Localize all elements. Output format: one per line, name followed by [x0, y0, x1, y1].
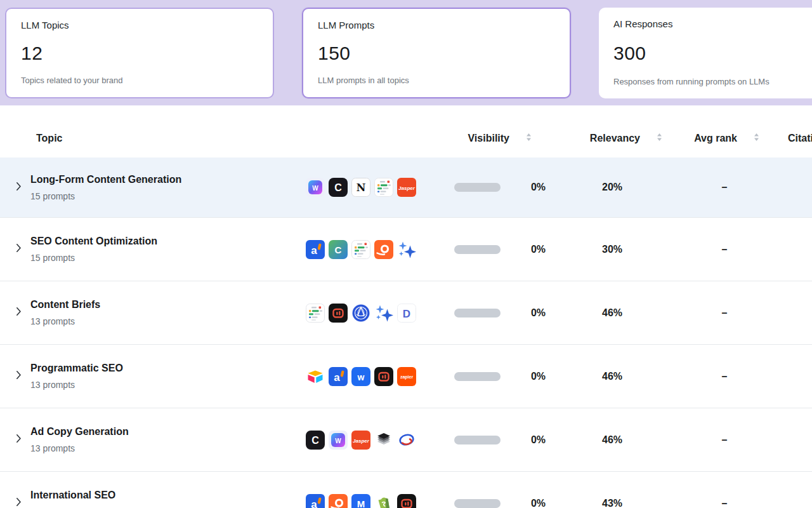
layers-icon — [374, 431, 393, 450]
svg-text:N: N — [357, 182, 366, 194]
svg-text:C: C — [335, 244, 342, 255]
chevron-right-icon[interactable] — [16, 434, 22, 446]
sort-icon[interactable] — [657, 133, 662, 144]
sort-icon[interactable] — [754, 133, 759, 144]
table-row[interactable]: Content Briefs 13 prompts D 0% 46% – — [0, 281, 812, 345]
marketmuse-icon — [397, 494, 416, 508]
relevancy-value: 46% — [602, 307, 622, 318]
tool-icons: WCNJasper — [298, 178, 444, 197]
column-header-citations[interactable]: Citations — [768, 133, 812, 144]
stat-card-value: 300 — [613, 43, 812, 64]
table-row[interactable]: International SEO aM 0% 43% – — [0, 472, 812, 508]
column-header-visibility[interactable]: Visibility — [444, 133, 558, 144]
avg-rank-value: – — [722, 371, 728, 382]
visibility-bar — [454, 436, 501, 444]
svg-text:Jasper: Jasper — [353, 438, 370, 443]
avg-rank-value: – — [722, 307, 728, 318]
sort-icon[interactable] — [526, 133, 532, 144]
avg-rank-value: – — [722, 244, 728, 255]
avg-rank-value: – — [722, 498, 728, 508]
stats-band: LLM Topics 12 Topics related to your bra… — [0, 0, 812, 105]
table-row[interactable]: SEO Content Optimization 15 prompts aC 0… — [0, 218, 812, 281]
topics-table: Topic Visibility Relevancy Avg rank Cita… — [0, 105, 812, 508]
zapier-icon: zapier — [397, 367, 416, 386]
svg-text:w: w — [357, 371, 365, 382]
marketmuse-icon — [374, 367, 393, 386]
content-doc-icon — [306, 304, 325, 323]
stat-card-ai-responses[interactable]: AI Responses 300 Responses from running … — [599, 8, 812, 98]
column-header-label: Relevancy — [590, 133, 640, 144]
visibility-value: 0% — [531, 182, 546, 193]
svg-text:a: a — [311, 244, 317, 257]
tool-icons: aC — [298, 240, 444, 259]
tool-icons: awzapier — [298, 367, 444, 386]
visibility-bar — [454, 309, 501, 318]
svg-text:a: a — [311, 498, 317, 508]
table-body: Long-Form Content Generation 15 prompts … — [0, 157, 812, 508]
topic-prompt-count: 13 prompts — [30, 380, 298, 390]
sparkles-icon — [374, 304, 393, 323]
ahrefs-icon: a — [306, 494, 325, 508]
topic-prompt-count: 15 prompts — [30, 253, 298, 263]
notion-icon: N — [351, 178, 370, 197]
webflow-icon: w — [351, 367, 370, 386]
ahrefs-icon: a — [306, 240, 325, 259]
marketmuse-icon — [329, 304, 348, 323]
tool-icons: aM — [298, 494, 444, 508]
shopify-icon — [374, 494, 393, 508]
content-doc-icon — [374, 178, 393, 197]
table-row[interactable]: Long-Form Content Generation 15 prompts … — [0, 157, 812, 218]
tool-icons: D — [298, 304, 444, 323]
dashword-icon: D — [397, 304, 416, 323]
chevron-right-icon[interactable] — [16, 307, 22, 319]
visibility-value: 0% — [531, 307, 546, 319]
chevron-right-icon[interactable] — [16, 243, 22, 255]
stat-card-description: Responses from running prompts on LLMs — [613, 77, 812, 86]
column-header-topic: Topic — [30, 133, 298, 144]
table-row[interactable]: Ad Copy Generation 13 prompts CWJasper 0… — [0, 408, 812, 472]
writesonic-icon: W — [306, 178, 325, 197]
moz-icon: M — [351, 494, 370, 508]
visibility-value: 0% — [531, 371, 546, 382]
svg-text:Jasper: Jasper — [398, 185, 416, 191]
topic-title: Content Briefs — [30, 299, 298, 311]
topic-title: Programmatic SEO — [30, 363, 298, 374]
stat-card-llm-prompts[interactable]: LLM Prompts 150 LLM prompts in all topic… — [302, 8, 571, 98]
visibility-bar — [454, 183, 501, 192]
stat-card-llm-topics[interactable]: LLM Topics 12 Topics related to your bra… — [5, 8, 274, 98]
stat-card-value: 12 — [21, 43, 258, 64]
svg-text:W: W — [312, 185, 318, 192]
ahrefs-icon: a — [329, 367, 348, 386]
chevron-right-icon[interactable] — [16, 370, 22, 382]
relevancy-value: 43% — [602, 498, 622, 508]
relevancy-value: 46% — [602, 434, 622, 445]
relevancy-value: 30% — [602, 244, 622, 255]
topic-title: Long-Form Content Generation — [30, 174, 298, 185]
clearscope-icon: C — [329, 240, 348, 259]
visibility-bar — [454, 245, 501, 254]
table-row[interactable]: Programmatic SEO 13 prompts awzapier 0% … — [0, 345, 812, 408]
copyai-icon: C — [329, 178, 348, 197]
visibility-bar — [454, 499, 501, 508]
airtable-icon — [306, 367, 325, 386]
column-header-relevancy[interactable]: Relevancy — [558, 133, 666, 144]
column-header-label: Topic — [36, 133, 62, 144]
chevron-right-icon[interactable] — [16, 497, 22, 508]
column-header-avg-rank[interactable]: Avg rank — [666, 133, 768, 144]
stat-card-description: Topics related to your brand — [21, 76, 258, 85]
semrush-icon — [329, 494, 348, 508]
stat-card-description: LLM prompts in all topics — [318, 76, 555, 85]
content-doc-icon — [351, 240, 370, 259]
svg-text:M: M — [357, 498, 365, 508]
svg-text:C: C — [311, 435, 319, 446]
writesonic-icon: W — [329, 431, 348, 450]
visibility-value: 0% — [531, 498, 546, 508]
topic-prompt-count: 15 prompts — [30, 191, 298, 201]
svg-text:a: a — [334, 371, 340, 384]
column-header-label: Citations — [788, 133, 812, 144]
topic-prompt-count: 13 prompts — [30, 316, 298, 326]
tool-icons: CWJasper — [298, 431, 444, 450]
column-header-label: Avg rank — [694, 133, 737, 144]
copyai-icon: C — [306, 431, 325, 450]
chevron-right-icon[interactable] — [16, 182, 22, 194]
